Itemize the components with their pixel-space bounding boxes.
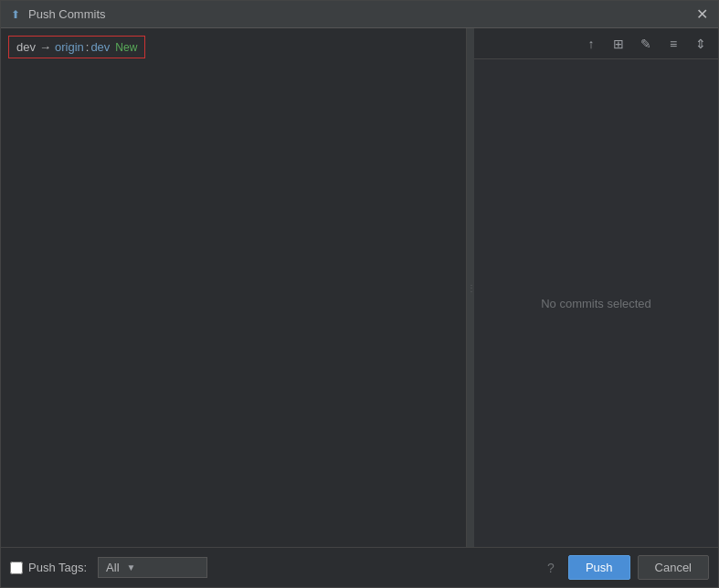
title-bar: ⬆ Push Commits ✕ [1,1,718,28]
window-title: Push Commits [28,7,693,21]
help-symbol: ? [547,561,555,575]
branch-local: dev [16,40,36,54]
branch-remote: origin [55,40,84,54]
main-panel: dev → origin : dev New ⋮ ↑ ⊞ ✎ [1,28,718,547]
right-panel: ↑ ⊞ ✎ ≡ ⇕ No commits selected [474,28,718,547]
bottom-bar: Push Tags: All ▼ ? Push Cancel [1,547,718,587]
no-commits-text: No commits selected [541,297,651,310]
bottom-actions: ? Push Cancel [541,555,709,580]
push-toolbar-icon[interactable]: ↑ [581,34,601,54]
dropdown-arrow-icon: ▼ [127,562,136,572]
branch-arrow: → [39,40,51,54]
left-panel: dev → origin : dev New [1,28,467,547]
tags-dropdown-value: All [106,561,119,574]
tags-dropdown[interactable]: All ▼ [98,557,207,578]
branch-target: dev [90,40,110,54]
help-icon[interactable]: ? [541,558,561,578]
push-button[interactable]: Push [568,555,630,580]
window-icon: ⬆ [8,7,23,22]
push-tags-checkbox[interactable] [10,562,23,574]
branch-new-badge: New [115,41,137,54]
branch-row[interactable]: dev → origin : dev New [8,36,145,58]
cancel-button[interactable]: Cancel [638,555,709,580]
commits-empty-area: No commits selected [474,59,718,547]
right-toolbar: ↑ ⊞ ✎ ≡ ⇕ [474,28,718,59]
panel-divider[interactable]: ⋮ [467,28,474,547]
push-tags-label: Push Tags: [28,561,87,574]
branch-colon: : [86,40,90,54]
expand-toolbar-icon[interactable]: ⇕ [691,34,711,54]
grid-toolbar-icon[interactable]: ⊞ [608,34,629,54]
align-toolbar-icon[interactable]: ≡ [663,34,683,54]
edit-toolbar-icon[interactable]: ✎ [636,34,656,54]
push-commits-window: ⬆ Push Commits ✕ dev → origin : dev New … [0,0,719,588]
content-area: dev → origin : dev New ⋮ ↑ ⊞ ✎ [1,28,718,587]
close-button[interactable]: ✕ [693,5,711,24]
push-tags-container: Push Tags: All ▼ [10,557,207,578]
